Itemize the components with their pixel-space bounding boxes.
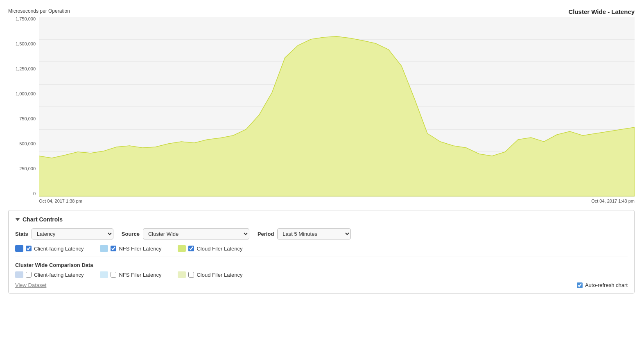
- checkbox-item: NFS Filer Latency: [100, 245, 161, 252]
- comparison-header: Cluster Wide Comparison Data: [15, 262, 628, 268]
- x-axis-end: Oct 04, 2017 1:43 pm: [591, 199, 635, 203]
- stats-label: Stats: [15, 231, 28, 237]
- bottom-row: View Dataset Auto-refresh chart: [15, 282, 628, 288]
- y-axis-tick: 1,250,000: [16, 67, 36, 71]
- auto-refresh: Auto-refresh chart: [577, 282, 628, 288]
- comparison-checkbox-item: Cloud Filer Latency: [178, 271, 242, 278]
- chart-header: Microseconds per Operation Cluster Wide …: [8, 8, 635, 15]
- controls-row: Stats Latency Source Cluster Wide Period…: [15, 228, 628, 239]
- color-swatch: [178, 245, 186, 252]
- comparison-checkbox-item: Client-facing Latency: [15, 271, 84, 278]
- stats-control: Stats Latency: [15, 228, 113, 239]
- comparison-checkbox-label: NFS Filer Latency: [119, 272, 161, 278]
- source-label: Source: [122, 231, 140, 237]
- collapse-icon[interactable]: [15, 218, 20, 221]
- controls-header: Chart Controls: [15, 216, 628, 223]
- comparison-checkbox-item: NFS Filer Latency: [100, 271, 161, 278]
- divider: [15, 257, 628, 257]
- comparison-checkbox-row: Client-facing LatencyNFS Filer LatencyCl…: [15, 271, 628, 278]
- period-select[interactable]: Last 5 Minutes: [277, 228, 351, 239]
- y-axis-tick: 1,500,000: [16, 42, 36, 46]
- y-axis-tick: 500,000: [19, 142, 36, 146]
- checkbox-label: Cloud Filer Latency: [197, 246, 242, 252]
- comparison-checkbox[interactable]: [188, 272, 194, 278]
- x-axis-start: Oct 04, 2017 1:38 pm: [39, 199, 82, 203]
- y-axis-tick: 750,000: [19, 117, 36, 121]
- period-control: Period Last 5 Minutes: [258, 228, 351, 239]
- y-axis: 1,750,0001,500,0001,250,0001,000,000750,…: [8, 17, 39, 197]
- checkbox-item: Cloud Filer Latency: [178, 245, 242, 252]
- checkbox-label: Client-facing Latency: [34, 246, 84, 252]
- comparison-checkbox[interactable]: [111, 272, 116, 278]
- chart-svg: [39, 17, 635, 197]
- color-swatch: [15, 245, 23, 252]
- y-axis-tick: 0: [33, 192, 36, 196]
- comparison-color-swatch: [178, 271, 186, 278]
- color-swatch: [100, 245, 108, 252]
- controls-title: Chart Controls: [23, 216, 63, 223]
- source-select[interactable]: Cluster Wide: [143, 228, 249, 239]
- chart-wrapper: 1,750,0001,500,0001,250,0001,000,000750,…: [8, 17, 635, 203]
- comparison-checkbox-label: Cloud Filer Latency: [197, 272, 242, 278]
- source-control: Source Cluster Wide: [122, 228, 249, 239]
- comparison-color-swatch: [15, 271, 23, 278]
- period-label: Period: [258, 231, 274, 237]
- series-checkbox[interactable]: [26, 246, 32, 251]
- auto-refresh-checkbox[interactable]: [577, 282, 583, 288]
- y-axis-label: Microseconds per Operation: [8, 8, 70, 14]
- series-checkbox[interactable]: [111, 246, 116, 251]
- stats-select[interactable]: Latency: [32, 228, 113, 239]
- y-axis-tick: 1,750,000: [16, 17, 36, 21]
- controls-section: Chart Controls Stats Latency Source Clus…: [8, 210, 635, 294]
- comparison-checkbox[interactable]: [26, 272, 32, 278]
- checkbox-row: Client-facing LatencyNFS Filer LatencyCl…: [15, 245, 628, 252]
- checkbox-item: Client-facing Latency: [15, 245, 84, 252]
- auto-refresh-label: Auto-refresh chart: [585, 282, 628, 288]
- view-dataset-link[interactable]: View Dataset: [15, 282, 46, 288]
- series-checkbox[interactable]: [188, 246, 194, 251]
- chart-container: Microseconds per Operation Cluster Wide …: [8, 8, 635, 294]
- chart-area: Oct 04, 2017 1:38 pm Oct 04, 2017 1:43 p…: [39, 17, 635, 203]
- chart-title: Cluster Wide - Latency: [568, 8, 635, 15]
- y-axis-tick: 1,000,000: [16, 92, 36, 96]
- comparison-checkbox-label: Client-facing Latency: [34, 272, 84, 278]
- comparison-color-swatch: [100, 271, 108, 278]
- checkbox-label: NFS Filer Latency: [119, 246, 161, 252]
- y-axis-tick: 250,000: [19, 167, 36, 171]
- x-axis: Oct 04, 2017 1:38 pm Oct 04, 2017 1:43 p…: [39, 197, 635, 203]
